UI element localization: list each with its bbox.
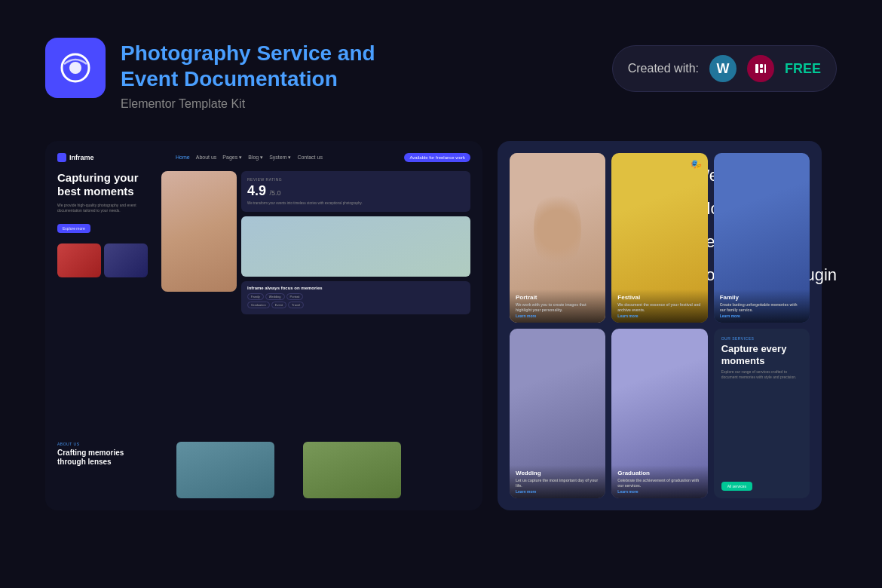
service-family-label: Family Create lasting unforgettable memo… bbox=[714, 289, 810, 323]
svg-rect-5 bbox=[764, 64, 766, 73]
preview-logo-icon bbox=[57, 153, 66, 162]
brand-text: Photography Service and Event Documentat… bbox=[121, 38, 375, 111]
brand-subtitle: Elementor Template Kit bbox=[121, 97, 375, 111]
tag-family: Family bbox=[247, 293, 264, 300]
about-section: ABOUT US Crafting memories through lense… bbox=[57, 442, 148, 498]
preview-nav-cta: Available for freelance work bbox=[404, 153, 470, 162]
svg-point-1 bbox=[69, 62, 81, 74]
service-family: Family Create lasting unforgettable memo… bbox=[714, 153, 810, 323]
wordpress-icon: W bbox=[709, 55, 737, 82]
preview-nav-links: Home About us Pages ▾ Blog ▾ System ▾ Co… bbox=[176, 155, 323, 161]
service-graduation-label: Graduation Celebrate the achievement of … bbox=[611, 465, 707, 498]
hero-headline: Capturing your best moments bbox=[57, 171, 155, 198]
elementor-icon bbox=[747, 55, 774, 82]
about-photo-2 bbox=[303, 442, 401, 498]
service-festival: 🎭 Festival We document the essence of yo… bbox=[611, 153, 707, 323]
header: Photography Service and Event Documentat… bbox=[0, 0, 882, 133]
service-graduation: Graduation Celebrate the achievement of … bbox=[611, 329, 707, 498]
hero-main-photo bbox=[161, 171, 237, 292]
tag-graduation: Graduation bbox=[247, 302, 270, 308]
tag-wedding: Wedding bbox=[265, 293, 285, 300]
rating-label: REVIEW RATING bbox=[247, 177, 464, 182]
svg-rect-3 bbox=[760, 64, 763, 68]
tag-travel: Travel bbox=[288, 302, 304, 308]
about-headline: Crafting memories through lenses bbox=[57, 449, 148, 467]
hero-images-row bbox=[57, 243, 155, 277]
hero-desc: We provide high-quality photography and … bbox=[57, 203, 155, 213]
brand-title: Photography Service and Event Documentat… bbox=[121, 41, 375, 91]
logo-icon bbox=[45, 38, 106, 98]
service-festival-label: Festival We document the essence of your… bbox=[611, 289, 707, 323]
capture-desc: Explore our range of services crafted to… bbox=[721, 369, 802, 380]
hero-right: REVIEW RATING 4.9 /5.0 We transform your… bbox=[161, 171, 470, 436]
service-portrait: Portrait We work with you to create imag… bbox=[510, 153, 605, 323]
capture-cell: OUR SERVICES Capture every moments Explo… bbox=[714, 329, 810, 498]
hero-left: Capturing your best moments We provide h… bbox=[57, 171, 155, 436]
memory-title: Inframe always focus on memories bbox=[247, 286, 464, 290]
showcase-card: Portrait We work with you to create imag… bbox=[498, 141, 822, 510]
preview-brand: Inframe bbox=[57, 153, 94, 162]
capture-headline: Capture every moments bbox=[721, 343, 802, 366]
hero-thumb-1 bbox=[57, 243, 101, 277]
svg-rect-2 bbox=[755, 64, 758, 73]
preview-nav: Inframe Home About us Pages ▾ Blog ▾ Sys… bbox=[57, 153, 470, 162]
hero-thumb-2 bbox=[104, 243, 148, 277]
hero-rating-card: REVIEW RATING 4.9 /5.0 We transform your… bbox=[241, 171, 470, 436]
all-services-btn[interactable]: All services bbox=[721, 482, 752, 491]
preview-inner: Inframe Home About us Pages ▾ Blog ▾ Sys… bbox=[45, 141, 482, 510]
tag-portrait: Portrait bbox=[286, 293, 304, 300]
tags-row-2: Graduation Event Travel bbox=[247, 302, 464, 308]
service-wedding: Wedding Let us capture the most importan… bbox=[510, 329, 605, 498]
beach-photo bbox=[241, 216, 470, 277]
about-photo bbox=[176, 442, 274, 498]
preview-hero: Capturing your best moments We provide h… bbox=[57, 171, 470, 436]
rating-box: REVIEW RATING 4.9 /5.0 We transform your… bbox=[241, 171, 470, 212]
rating-number: 4.9 /5.0 bbox=[247, 183, 464, 199]
free-badge: FREE bbox=[785, 61, 821, 77]
service-portrait-label: Portrait We work with you to create imag… bbox=[510, 289, 605, 323]
svg-rect-4 bbox=[760, 69, 763, 73]
rating-desc: We transform your events into timeless s… bbox=[247, 201, 464, 206]
festival-emoji: 🎭 bbox=[691, 159, 702, 170]
main-content: Inframe Home About us Pages ▾ Blog ▾ Sys… bbox=[0, 141, 882, 510]
tag-event: Event bbox=[271, 302, 286, 308]
service-wedding-label: Wedding Let us capture the most importan… bbox=[510, 465, 605, 498]
preview-card: Inframe Home About us Pages ▾ Blog ▾ Sys… bbox=[45, 141, 482, 510]
preview-bottom: ABOUT US Crafting memories through lense… bbox=[57, 442, 470, 498]
memory-text-card: Inframe always focus on memories Family … bbox=[241, 281, 470, 314]
created-label: Created with: bbox=[628, 62, 699, 75]
capture-label: OUR SERVICES bbox=[721, 336, 802, 341]
tags-row: Family Wedding Portrait bbox=[247, 293, 464, 300]
hero-explore-btn: Explore more bbox=[57, 224, 90, 233]
created-with-badge: Created with: W FREE bbox=[612, 45, 837, 92]
about-label: ABOUT US bbox=[57, 442, 148, 446]
brand-section: Photography Service and Event Documentat… bbox=[45, 38, 375, 111]
